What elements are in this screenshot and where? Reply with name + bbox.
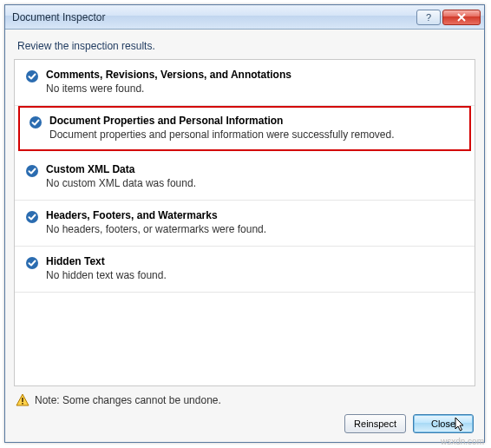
result-title: Comments, Revisions, Versions, and Annot… <box>46 69 464 81</box>
check-icon <box>25 69 39 83</box>
dialog-body: Review the inspection results. Comments,… <box>5 30 484 442</box>
check-icon <box>25 210 39 224</box>
result-title: Hidden Text <box>46 255 464 267</box>
results-panel: Comments, Revisions, Versions, and Annot… <box>14 59 475 386</box>
help-button[interactable]: ? <box>416 10 441 25</box>
reinspect-button[interactable]: Reinspect <box>344 414 406 433</box>
result-title: Headers, Footers, and Watermarks <box>46 209 464 221</box>
close-icon <box>457 13 466 22</box>
result-text: Comments, Revisions, Versions, and Annot… <box>46 69 464 95</box>
warning-icon <box>16 393 29 407</box>
result-item-highlighted: Document Properties and Personal Informa… <box>18 106 471 151</box>
result-desc: No headers, footers, or watermarks were … <box>46 223 464 235</box>
result-desc: No hidden text was found. <box>46 269 464 281</box>
window-title: Document Inspector <box>12 11 415 23</box>
result-item: Custom XML Data No custom XML data was f… <box>15 155 475 201</box>
result-title: Document Properties and Personal Informa… <box>49 115 461 127</box>
result-item: Headers, Footers, and Watermarks No head… <box>15 201 475 247</box>
titlebar: Document Inspector ? <box>5 5 484 30</box>
result-item: Hidden Text No hidden text was found. <box>15 247 475 293</box>
close-button[interactable]: Close <box>413 414 474 433</box>
check-icon <box>29 115 43 129</box>
close-window-button[interactable] <box>442 10 481 25</box>
svg-rect-5 <box>22 398 23 402</box>
button-row: Reinspect Close <box>14 414 475 435</box>
result-desc: No items were found. <box>46 82 464 95</box>
result-title: Custom XML Data <box>46 163 464 175</box>
intro-text: Review the inspection results. <box>17 40 475 52</box>
footer-note: Note: Some changes cannot be undone. <box>16 393 475 407</box>
watermark: wsxdn.com <box>441 437 484 446</box>
dialog-window: Document Inspector ? Review the inspecti… <box>4 4 485 443</box>
result-text: Custom XML Data No custom XML data was f… <box>46 163 464 189</box>
result-desc: No custom XML data was found. <box>46 177 464 189</box>
check-icon <box>25 164 39 178</box>
result-text: Headers, Footers, and Watermarks No head… <box>46 209 464 235</box>
footer-note-text: Note: Some changes cannot be undone. <box>35 394 221 406</box>
result-desc: Document properties and personal informa… <box>49 128 461 141</box>
check-icon <box>25 256 39 270</box>
result-text: Hidden Text No hidden text was found. <box>46 255 464 281</box>
result-text: Document Properties and Personal Informa… <box>49 115 461 141</box>
svg-rect-6 <box>22 403 23 405</box>
result-item: Comments, Revisions, Versions, and Annot… <box>15 60 475 106</box>
